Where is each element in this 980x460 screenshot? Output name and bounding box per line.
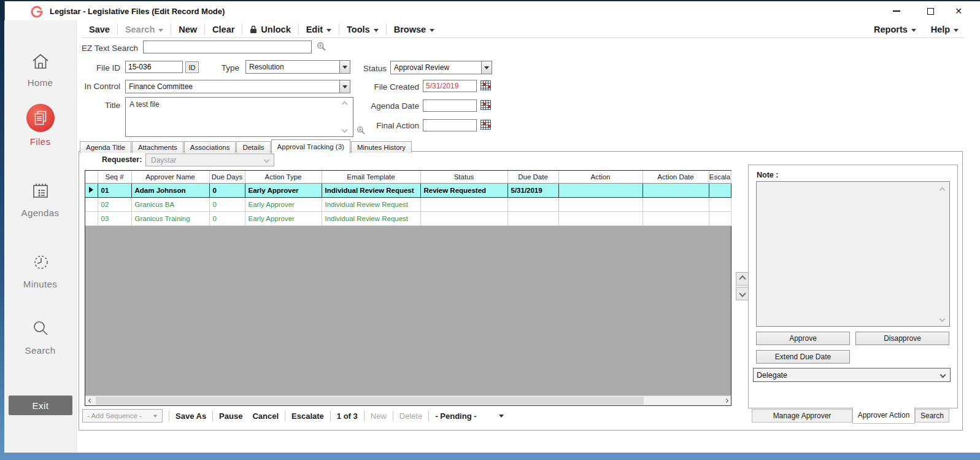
tab-agenda-title[interactable]: Agenda Title	[80, 141, 131, 153]
pause-button[interactable]: Pause	[219, 411, 242, 421]
escalate-button[interactable]: Escalate	[291, 411, 324, 421]
table-row-selected[interactable]: 01 Adam Johnson 0 Early Approver Individ…	[85, 183, 731, 197]
col-header-status[interactable]: Status	[420, 171, 507, 183]
file-id-input[interactable]	[125, 61, 183, 73]
sidebar-item-agendas[interactable]: Agendas	[4, 181, 76, 218]
tab-manage-approver[interactable]: Manage Approver	[752, 409, 852, 423]
col-header-selector	[85, 171, 98, 183]
scroll-left-button[interactable]	[85, 396, 95, 405]
menu-save[interactable]: Save	[82, 25, 117, 34]
cell-action-type: Early Approver	[245, 197, 322, 211]
col-header-action-date[interactable]: Action Date	[642, 171, 709, 183]
tab-details[interactable]: Details	[236, 141, 270, 153]
id-button[interactable]: ID	[185, 61, 199, 73]
sidebar-item-home[interactable]: Home	[4, 52, 76, 88]
tab-associations[interactable]: Associations	[184, 141, 236, 153]
cell-seq: 01	[98, 183, 131, 197]
ez-text-search-input[interactable]	[143, 41, 312, 53]
dropdown-arrow-icon	[339, 80, 350, 93]
tab-attachments[interactable]: Attachments	[132, 141, 183, 153]
menu-new[interactable]: New	[171, 25, 204, 34]
ez-search-zoom-button[interactable]	[317, 42, 326, 52]
status-dropdown[interactable]: Approval Review	[390, 61, 492, 74]
exit-button[interactable]: Exit	[9, 396, 72, 415]
toolbar-separator	[393, 411, 393, 421]
cell-escalation	[709, 183, 731, 197]
extend-due-date-button[interactable]: Extend Due Date	[756, 350, 850, 364]
menu-reports[interactable]: Reports	[866, 25, 924, 34]
col-header-due-date[interactable]: Due Date	[507, 171, 558, 183]
menu-unlock[interactable]: Unlock	[242, 25, 298, 34]
final-action-input[interactable]	[423, 119, 477, 131]
close-button[interactable]: ✕	[949, 4, 968, 18]
note-textarea[interactable]	[756, 181, 950, 327]
save-as-button[interactable]: Save As	[176, 411, 206, 421]
maximize-icon	[927, 8, 934, 15]
in-control-label: In Control	[74, 82, 120, 91]
menu-browse[interactable]: Browse	[387, 25, 442, 34]
menu-tools[interactable]: Tools	[339, 25, 386, 34]
cell-action-date	[642, 183, 709, 197]
menu-help[interactable]: Help	[924, 25, 966, 34]
menu-search[interactable]: Search	[118, 25, 171, 34]
cell-approver-name: Granicus BA	[131, 197, 209, 211]
minimize-icon	[893, 10, 900, 12]
tab-minutes-history[interactable]: Minutes History	[351, 141, 412, 153]
sidebar-item-files[interactable]: Files	[4, 104, 76, 147]
delegate-dropdown[interactable]: Delegate	[753, 368, 951, 382]
col-header-action-type[interactable]: Action Type	[245, 171, 322, 183]
col-header-escalation[interactable]: Escala	[709, 171, 731, 183]
approve-button[interactable]: Approve	[756, 332, 850, 345]
col-header-approver-name[interactable]: Approver Name	[131, 171, 209, 183]
tab-search[interactable]: Search	[915, 409, 949, 423]
pending-dropdown[interactable]: - Pending -	[435, 411, 504, 421]
title-textarea[interactable]: A test file	[125, 97, 353, 137]
tab-approver-action[interactable]: Approver Action	[852, 407, 915, 424]
col-header-action[interactable]: Action	[558, 171, 642, 183]
type-dropdown[interactable]: Resolution	[245, 60, 350, 74]
sidebar-item-search[interactable]: Search	[4, 319, 76, 356]
cell-escalation	[709, 197, 731, 211]
cell-due-days: 0	[209, 183, 245, 197]
cancel-button[interactable]: Cancel	[252, 411, 279, 421]
agenda-date-label: Agenda Date	[364, 101, 419, 111]
scroll-right-button[interactable]	[721, 396, 731, 405]
type-label: Type	[203, 63, 239, 72]
disapprove-button[interactable]: Disapprove	[855, 332, 949, 345]
menu-edit[interactable]: Edit	[299, 25, 339, 34]
dropdown-arrow-icon	[339, 61, 350, 73]
cell-approver-name: Granicus Training	[131, 211, 209, 225]
col-header-email-template[interactable]: Email Template	[322, 171, 420, 183]
note-label: Note :	[757, 171, 778, 179]
menu-clear[interactable]: Clear	[205, 25, 242, 34]
sidebar-item-minutes[interactable]: Minutes	[4, 252, 76, 289]
delete-button[interactable]: Delete	[399, 411, 423, 421]
add-sequence-dropdown[interactable]: - Add Sequence -	[82, 409, 163, 423]
approval-tracking-grid: Seq # Approver Name Due Days Action Type…	[85, 170, 731, 406]
tab-approval-tracking[interactable]: Approval Tracking (3)	[271, 139, 350, 154]
agenda-date-input[interactable]	[423, 99, 477, 112]
requester-dropdown[interactable]: Daystar	[145, 154, 274, 166]
maximize-button[interactable]	[920, 4, 940, 18]
in-control-dropdown[interactable]: Finance Committee	[125, 80, 350, 93]
lock-icon	[250, 25, 257, 34]
new-button[interactable]: New	[371, 411, 387, 421]
move-up-button[interactable]	[736, 272, 749, 286]
files-icon	[26, 104, 55, 132]
file-created-input[interactable]	[423, 80, 477, 92]
col-header-due-days[interactable]: Due Days	[209, 171, 245, 183]
col-header-seq[interactable]: Seq #	[98, 171, 131, 183]
minimize-button[interactable]	[887, 4, 906, 18]
table-row[interactable]: 02 Granicus BA 0 Early Approver Individu…	[85, 197, 731, 211]
scrollbar-thumb[interactable]	[96, 397, 644, 405]
file-created-calendar-button[interactable]	[480, 80, 491, 90]
agendas-icon	[31, 181, 50, 201]
window-title: Legistar - Legislative Files (Edit Recor…	[50, 7, 225, 16]
dropdown-arrow-icon	[481, 61, 492, 74]
final-action-calendar-button[interactable]	[480, 120, 491, 130]
table-row[interactable]: 03 Granicus Training 0 Early Approver In…	[85, 211, 731, 225]
cell-due-date	[507, 211, 558, 225]
chevron-down-icon	[954, 29, 959, 32]
move-down-button[interactable]	[736, 287, 749, 300]
agenda-date-calendar-button[interactable]	[480, 100, 491, 110]
